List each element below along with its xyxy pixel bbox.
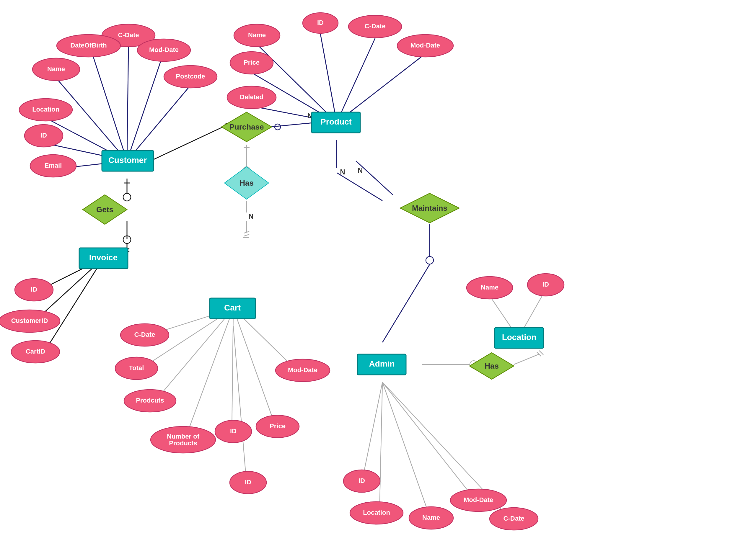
product-attr-price-label: Price [244, 59, 260, 66]
svg-line-51 [233, 326, 247, 484]
svg-line-49 [233, 308, 276, 428]
svg-point-54 [426, 257, 434, 264]
svg-line-4 [58, 80, 127, 161]
customer-attr-email-label: Email [45, 162, 62, 169]
admin-attr-name-label: Name [422, 514, 440, 521]
location-attr-id-label: ID [542, 281, 549, 288]
cart-attr-numproducts-label: Number of [167, 433, 200, 440]
product-attr-deleted-label: Deleted [240, 93, 263, 101]
product-attr-moddate-label: Mod-Date [410, 42, 440, 49]
product-attr-cdate-label: C-Date [365, 22, 386, 30]
svg-point-27 [123, 193, 131, 201]
invoice-attr-cartid-label: CartID [26, 348, 45, 355]
svg-line-57 [379, 382, 382, 514]
svg-line-66 [537, 352, 541, 356]
admin-attr-cdate-label: C-Date [504, 515, 524, 522]
customer-attr-dob-label: DateOfBirth [70, 42, 107, 49]
svg-line-56 [362, 382, 382, 483]
cart-attr-products-label: Prodcuts [136, 397, 164, 404]
maintains-n-label: N [358, 167, 363, 175]
cart-attr-price-label: Price [270, 422, 286, 430]
cart-attr-moddate-label: Mod-Date [288, 366, 317, 374]
customer-attr-moddate-label: Mod-Date [149, 46, 179, 53]
customer-attr-location-label: Location [32, 106, 59, 113]
invoice-entity-label: Invoice [89, 253, 118, 262]
svg-line-67 [539, 351, 543, 355]
svg-line-35 [44, 258, 103, 352]
svg-line-0 [127, 46, 128, 161]
maintains-label: Maintains [412, 204, 447, 213]
svg-line-10 [337, 38, 375, 123]
admin-attr-location-label: Location [363, 509, 390, 516]
cart-attr-id-label: ID [230, 427, 237, 435]
svg-point-20 [275, 124, 281, 130]
invoice-attr-customerid-label: CustomerID [11, 317, 48, 324]
customer-attr-name-label: Name [47, 65, 65, 73]
gets-label: Gets [96, 205, 113, 214]
svg-line-14 [151, 127, 223, 161]
location-entity-label: Location [502, 332, 537, 342]
svg-line-65 [514, 354, 539, 364]
svg-line-24 [337, 173, 382, 201]
purchase-label: Purchase [229, 123, 264, 131]
svg-line-19 [270, 123, 316, 127]
cart-entity-label: Cart [224, 303, 241, 312]
location-attr-name-label: Name [481, 283, 498, 291]
svg-line-58 [382, 382, 430, 516]
invoice-attr-id-label: ID [31, 286, 37, 293]
product-attr-id-label: ID [317, 19, 324, 26]
svg-line-55 [382, 265, 430, 342]
er-diagram: N N N N [0, 0, 756, 546]
admin-attr-id-label: ID [359, 477, 365, 484]
cart-attr-numproducts-label2: Products [169, 439, 197, 447]
svg-line-52 [356, 161, 393, 195]
product-entity-label: Product [320, 117, 352, 126]
admin-attr-moddate-label: Mod-Date [464, 496, 493, 503]
has1-label: Has [239, 179, 254, 188]
admin-entity-label: Admin [369, 359, 395, 368]
svg-line-42 [244, 234, 249, 236]
customer-attr-cdate-label: C-Date [118, 31, 139, 39]
customer-entity-label: Customer [108, 156, 147, 165]
svg-line-47 [185, 308, 233, 440]
svg-line-46 [154, 308, 233, 403]
product-attr-name-label: Name [248, 31, 266, 39]
has2-label: Has [485, 361, 499, 370]
has-cart-n-label: N [248, 212, 253, 220]
cart-attr-cdate-label: C-Date [134, 331, 155, 338]
svg-line-3 [127, 87, 189, 161]
cart-attr-id2-label: ID [245, 478, 251, 486]
customer-attr-postcode-label: Postcode [176, 73, 205, 80]
customer-attr-id-label: ID [40, 132, 47, 139]
svg-line-59 [382, 382, 475, 500]
svg-line-2 [127, 61, 161, 161]
cart-attr-total-label: Total [129, 364, 144, 371]
